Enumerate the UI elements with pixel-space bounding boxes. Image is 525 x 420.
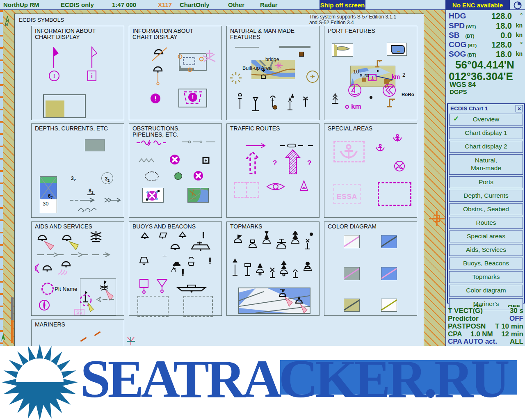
- panel-mariners: MARINERS: [31, 320, 124, 346]
- light-buoy-yellow-sector-icon: [61, 232, 81, 251]
- color-swatch-0: [344, 235, 360, 248]
- no-enc-alert: No ENC available: [445, 0, 510, 10]
- panel-title: TRAFFIC ROUTES: [230, 126, 280, 132]
- depth-currents-button[interactable]: Depth, Currents: [449, 190, 523, 202]
- cpa-setting[interactable]: CPA1.0 NM12 min: [448, 330, 523, 338]
- restricted-area-circle-icon: [393, 160, 406, 172]
- scalebar-gray: [11, 297, 14, 320]
- crane-icon: [385, 97, 397, 109]
- panel-title: INFORMATION ABOUT CHART DISPLAY: [35, 28, 96, 40]
- spd-readout: SPD(WT)18.0kn: [449, 21, 523, 31]
- natural-man-made-button[interactable]: Natural, Man-made: [449, 154, 523, 175]
- rock-danger-icon: [193, 171, 204, 181]
- recommended-track-icon: [245, 143, 268, 148]
- pilot-name-label: Plt Name: [55, 286, 78, 292]
- mariner-event-mark-icon: [125, 336, 137, 346]
- color-swatch-1: [381, 235, 397, 248]
- coastline-thick-icon: [279, 46, 310, 48]
- other-menu-button[interactable]: Other: [228, 1, 244, 8]
- obstruction-dotted-ellipse: [145, 171, 159, 181]
- chart-scale-button[interactable]: 1:47 000: [112, 1, 136, 8]
- aids-services-button[interactable]: Aids, Services: [449, 244, 523, 256]
- building-square-icon: [299, 52, 304, 57]
- routes-button[interactable]: Routes: [449, 217, 523, 229]
- ports-button[interactable]: Ports: [449, 176, 523, 188]
- dredged-area-swatch: [85, 139, 105, 151]
- topography-map-inset: bridge Built-up Area: [251, 60, 295, 79]
- panel-special-areas: SPECIAL AREAS ESSA: [324, 123, 417, 218]
- off-label: OFF: [508, 303, 520, 307]
- hdg-readout: HDG128.0°: [449, 11, 523, 21]
- ecdis-application: NorthUp RM ECDIS only 1:47 000 X117 Char…: [0, 0, 525, 420]
- watermark-banner: SEATRACKER.RU: [0, 346, 525, 420]
- sounding-value: 32: [71, 176, 76, 182]
- tide-arrow-icon: [0, 333, 6, 342]
- buoy-group-box1: [137, 296, 169, 317]
- buoys-beacons-button[interactable]: Buoys, Beacons: [449, 258, 523, 269]
- chart-only-button[interactable]: ChartOnly: [180, 1, 210, 8]
- special-areas-button[interactable]: Special areas: [449, 231, 523, 242]
- chart-display-1-button[interactable]: Chart display 1: [449, 127, 523, 139]
- orientation-mode-button[interactable]: NorthUp RM: [3, 1, 39, 8]
- quarry-starburst-icon: [229, 71, 242, 84]
- mariner-dash-icon: [80, 337, 87, 342]
- watermark-text: SEATRACKER.RU: [80, 348, 523, 418]
- fog-signal-buoy-icon: [56, 259, 76, 277]
- color-diagram-button[interactable]: Color diagram: [449, 285, 523, 297]
- on-off-header-clipped: ON OFF: [450, 303, 523, 307]
- topmarks-row2: [231, 258, 315, 284]
- seabed-map: [188, 188, 208, 202]
- ferry-route-icon: [279, 143, 315, 148]
- traffic-lane-dashed-arrow-icon: [246, 151, 260, 176]
- dock-inset: [387, 43, 407, 56]
- breakers-wave-icon: [78, 206, 100, 212]
- window-titlebar[interactable]: ECDIS Chart 1 ✕: [448, 104, 524, 113]
- display-brightness-button[interactable]: [510, 0, 525, 10]
- question-mark-left: ?: [273, 159, 277, 167]
- chart-note-flag-filled-icon: [52, 45, 61, 70]
- recommended-route-dashed-icon: [37, 251, 119, 258]
- light-buoy-red-sector-icon: [37, 232, 56, 251]
- scalebar-orange: [11, 320, 14, 343]
- topmarks-button[interactable]: Topmarks: [449, 271, 523, 283]
- chart-display-area[interactable]: N ECDIS SYMBOLS This system supports S-5…: [0, 10, 445, 346]
- panel-natural-man-made: NATURAL & MAN-MADE FEATURES bridge Built…: [226, 26, 320, 120]
- true-vector-setting[interactable]: T VECT(G)30 s: [448, 307, 523, 315]
- standards-note: This system supports S-57 Edition 3.1.1 …: [309, 14, 396, 26]
- overscale-indicator: X117: [158, 1, 172, 8]
- light-float-icon: [175, 283, 210, 293]
- past-position-setting[interactable]: PASTPOSNT 10 min: [448, 322, 523, 330]
- cpa-auto-setting[interactable]: CPA AUTO act.ALL: [448, 338, 523, 345]
- obstructions-seabed-button[interactable]: Obstrs., Seabed: [449, 203, 523, 215]
- panel-title: NATURAL & MAN-MADE FEATURES: [230, 28, 294, 40]
- on-label: ON: [473, 303, 483, 307]
- seabed-area-inset: [187, 188, 209, 203]
- lighthouse-icon: [87, 230, 105, 243]
- precautionary-area-box1: [234, 182, 247, 198]
- panel-title: TOPMARKS: [230, 224, 262, 230]
- drying-sounding: 82: [87, 188, 95, 195]
- panel-traffic-routes: TRAFFIC ROUTES ? ?: [226, 123, 320, 218]
- km-number: 2: [402, 72, 405, 78]
- ebb-current-arrow-icon: [104, 197, 122, 203]
- radar-menu-button[interactable]: Radar: [260, 1, 278, 8]
- color-swatch-3: [381, 267, 397, 280]
- panel-title: PORT FEATURES: [328, 28, 375, 34]
- overview-button[interactable]: ✓Overview: [449, 114, 523, 126]
- close-icon[interactable]: ✕: [516, 105, 523, 112]
- predictor-setting[interactable]: PredictorOFF: [448, 315, 523, 322]
- sounding-circled: 32: [101, 172, 113, 184]
- cable-icon: [181, 139, 216, 145]
- north-letter: N: [5, 23, 8, 27]
- coastline-thin-icon: [235, 47, 259, 48]
- mast-icon: [330, 91, 340, 105]
- chart-cursor-cross[interactable]: [428, 210, 445, 227]
- panel-depths-currents: DEPTHS, CURRENTS, ETC 32 32 67 30 82: [31, 123, 124, 218]
- display-category-button[interactable]: ECDIS only: [61, 1, 94, 8]
- drying-height: 67: [48, 193, 53, 200]
- crane-icon: [374, 59, 384, 68]
- color-swatch-5: [381, 299, 397, 312]
- chart-display-2-button[interactable]: Chart display 2: [449, 141, 523, 153]
- ecdis-chart-window: ECDIS Chart 1 ✕ ✓Overview Chart display …: [447, 103, 525, 304]
- panel-info-chart-display-1: INFORMATION ABOUT CHART DISPLAY ! i: [31, 26, 124, 120]
